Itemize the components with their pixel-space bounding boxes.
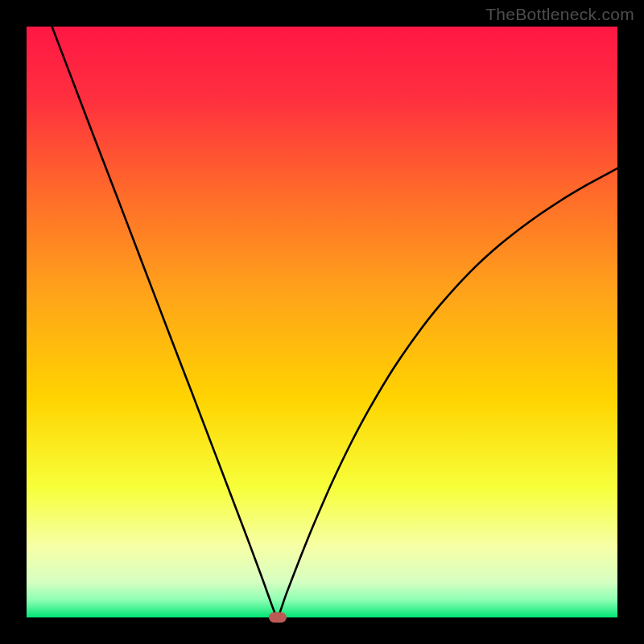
- chart-canvas: [0, 0, 644, 644]
- chart-frame: TheBottleneck.com: [0, 0, 644, 644]
- plot-area: [27, 27, 617, 617]
- watermark-label: TheBottleneck.com: [485, 5, 634, 24]
- minimum-marker: [269, 613, 287, 623]
